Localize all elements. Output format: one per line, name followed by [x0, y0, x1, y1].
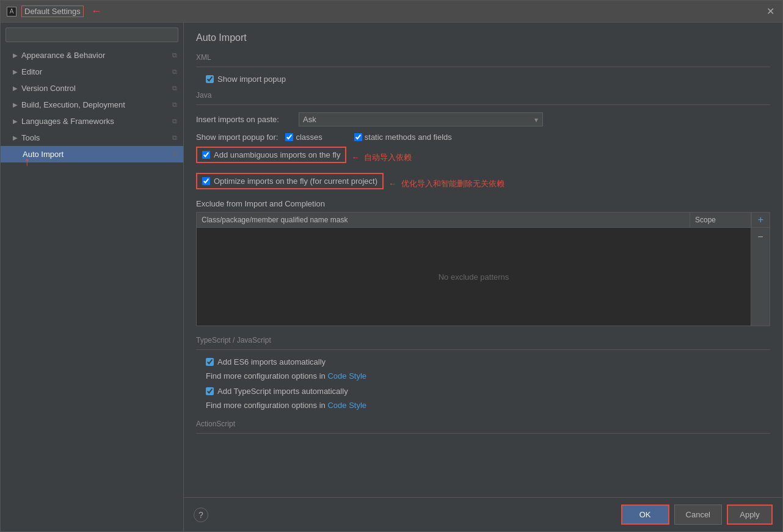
optimize-imports-row: Optimize imports on the fly (for current…: [196, 173, 770, 194]
add-typescript-label: Add TypeScript imports automatically: [217, 387, 348, 396]
add-unambiguous-box: Add unambiguous imports on the fly: [196, 147, 346, 163]
code-style-link-es6[interactable]: Code Style: [327, 371, 366, 381]
copy-icon: ⧉: [172, 68, 177, 76]
optimize-imports-box: Optimize imports on the fly (for current…: [196, 173, 384, 189]
title-arrow: ←: [91, 5, 102, 18]
code-style-link-ts[interactable]: Code Style: [327, 401, 366, 410]
sidebar-item-label: Appearance & Behavior: [21, 51, 105, 60]
insert-imports-row: Insert imports on paste: Ask Always Neve…: [196, 112, 770, 126]
ok-button[interactable]: OK: [622, 506, 668, 523]
copy-icon: ⧉: [172, 150, 177, 158]
java-divider: [196, 104, 770, 105]
sidebar: ▶ Appearance & Behavior ⧉ ▶ Editor ⧉ ▶ V…: [1, 23, 184, 531]
static-methods-checkbox-group: static methods and fields: [354, 133, 452, 142]
classes-checkbox[interactable]: [285, 133, 293, 141]
sidebar-auto-import-section: Auto Import ⧉ ↑: [1, 146, 183, 162]
table-area: No exclude patterns −: [197, 228, 770, 326]
typescript-divider: [196, 349, 770, 350]
sidebar-item-label: Tools: [21, 133, 40, 142]
sidebar-item-appearance[interactable]: ▶ Appearance & Behavior ⧉: [1, 47, 183, 64]
panel-content: Auto Import XML Show import popup Java I…: [184, 23, 782, 497]
dialog: A Default Settings ← ✕ ▶ Appearance & Be…: [0, 0, 783, 532]
typescript-section: TypeScript / JavaScript Add ES6 imports …: [196, 336, 770, 410]
sidebar-item-version-control[interactable]: ▶ Version Control ⧉: [1, 80, 183, 97]
sidebar-item-editor[interactable]: ▶ Editor ⧉: [1, 64, 183, 80]
sidebar-item-label: Editor: [21, 67, 42, 76]
bottom-bar: ? OK Cancel Apply: [184, 497, 782, 531]
typescript-section-label: TypeScript / JavaScript: [196, 336, 770, 344]
close-button[interactable]: ✕: [764, 5, 776, 18]
add-unambiguous-annotation: ←: [351, 153, 359, 162]
actionscript-divider: [196, 433, 770, 434]
arrow-icon: ▶: [13, 118, 18, 125]
sidebar-item-label: Version Control: [21, 84, 76, 93]
panel-title: Auto Import: [196, 32, 770, 43]
arrow-icon: ▶: [13, 68, 18, 75]
cancel-button[interactable]: Cancel: [674, 505, 722, 525]
add-es6-checkbox[interactable]: [206, 358, 214, 366]
exclude-section: Exclude from Import and Completion Class…: [196, 199, 770, 326]
add-unambiguous-annotation-text: 自动导入依赖: [364, 152, 412, 163]
title-bar: A Default Settings ← ✕: [1, 1, 782, 23]
table-side-buttons: −: [751, 228, 770, 326]
find-more-es6-text: Find more configuration options in Code …: [206, 371, 770, 381]
xml-section-label: XML: [196, 53, 770, 62]
static-methods-checkbox[interactable]: [354, 133, 362, 141]
optimize-imports-label: Optimize imports on the fly (for current…: [214, 177, 377, 186]
optimize-imports-annotation: ←: [388, 179, 396, 188]
no-data-label: No exclude patterns: [197, 228, 751, 326]
sidebar-item-tools[interactable]: ▶ Tools ⧉: [1, 129, 183, 146]
optimize-imports-checkbox[interactable]: [202, 177, 210, 185]
exclude-label: Exclude from Import and Completion: [196, 199, 770, 208]
bottom-left: ?: [194, 508, 208, 522]
sidebar-item-label: Languages & Frameworks: [21, 117, 114, 126]
exclude-table: Class/package/member qualified name mask…: [196, 212, 770, 326]
add-unambiguous-row: Add unambiguous imports on the fly ← 自动导…: [196, 147, 770, 168]
ok-btn-wrapper: OK: [621, 505, 669, 525]
help-button[interactable]: ?: [194, 508, 208, 522]
classes-checkbox-group: classes: [285, 133, 322, 142]
dialog-title: Default Settings: [21, 5, 84, 17]
arrow-icon: ▶: [13, 101, 18, 108]
java-section-label: Java: [196, 91, 770, 100]
find-more-ts-text: Find more configuration options in Code …: [206, 401, 770, 410]
find-more-es6-prefix: Find more configuration options in: [206, 371, 327, 381]
arrow-icon: ▶: [13, 85, 18, 92]
show-import-popup-label: Show import popup: [217, 75, 286, 84]
insert-imports-select[interactable]: Ask Always Never: [299, 112, 543, 126]
insert-imports-select-wrapper: Ask Always Never: [299, 112, 543, 126]
actionscript-section-label: ActionScript: [196, 420, 770, 428]
search-input[interactable]: [5, 27, 178, 42]
add-unambiguous-checkbox[interactable]: [202, 151, 210, 159]
table-col-scope: Scope: [690, 213, 751, 227]
remove-exclude-button[interactable]: −: [754, 230, 767, 244]
title-bar-left: A Default Settings ←: [7, 5, 102, 18]
arrow-icon: ▶: [13, 134, 18, 141]
apply-button[interactable]: Apply: [727, 505, 773, 525]
add-es6-row: Add ES6 imports automatically: [206, 357, 770, 366]
sidebar-item-languages[interactable]: ▶ Languages & Frameworks ⧉: [1, 113, 183, 129]
sidebar-item-label: Build, Execution, Deployment: [21, 100, 125, 109]
find-more-ts-prefix: Find more configuration options in: [206, 401, 327, 410]
show-import-popup-for-label: Show import popup for:: [196, 133, 278, 142]
add-typescript-checkbox[interactable]: [206, 387, 214, 395]
table-header: Class/package/member qualified name mask…: [197, 213, 770, 228]
static-methods-label: static methods and fields: [365, 133, 452, 142]
table-col-name: Class/package/member qualified name mask: [197, 213, 690, 227]
classes-label: classes: [296, 133, 322, 142]
copy-icon: ⧉: [172, 51, 177, 59]
copy-icon: ⧉: [172, 101, 177, 109]
sidebar-item-build[interactable]: ▶ Build, Execution, Deployment ⧉: [1, 97, 183, 113]
copy-icon: ⧉: [172, 134, 177, 142]
add-typescript-row: Add TypeScript imports automatically: [206, 387, 770, 396]
show-import-popup-checkbox[interactable]: [206, 75, 214, 83]
add-exclude-button[interactable]: +: [754, 213, 768, 227]
add-es6-label: Add ES6 imports automatically: [217, 357, 326, 366]
xml-divider: [196, 67, 770, 67]
arrow-icon: ▶: [13, 52, 18, 59]
insert-imports-label: Insert imports on paste:: [196, 115, 294, 124]
copy-icon: ⧉: [172, 117, 177, 125]
main-content: ▶ Appearance & Behavior ⧉ ▶ Editor ⧉ ▶ V…: [1, 23, 782, 531]
optimize-imports-annotation-text: 优化导入和智能删除无关依赖: [401, 178, 504, 189]
copy-icon: ⧉: [172, 84, 177, 92]
